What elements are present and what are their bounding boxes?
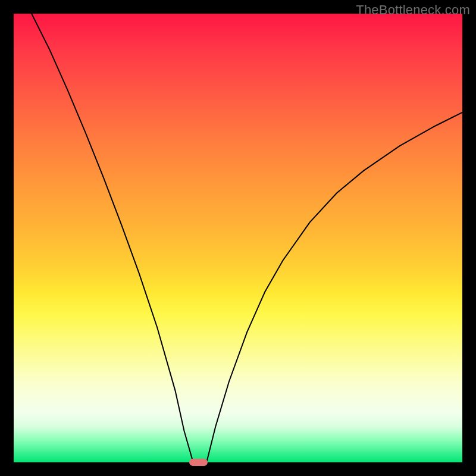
optimal-marker	[189, 459, 208, 466]
plot-area	[14, 14, 462, 462]
watermark-text: TheBottleneck.com	[356, 2, 470, 18]
chart-frame: TheBottleneck.com	[0, 0, 476, 476]
bottleneck-curve	[14, 14, 462, 462]
